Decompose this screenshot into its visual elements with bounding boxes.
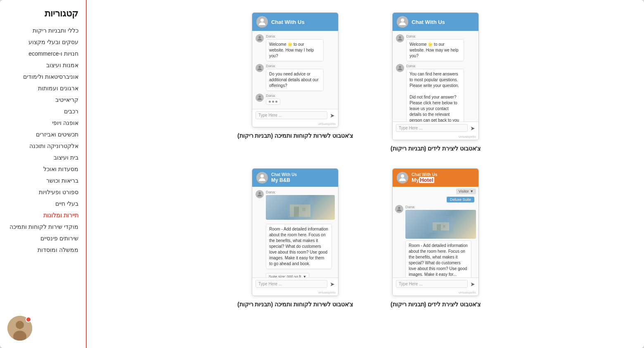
chat-footer-3: Type Here ... ➤ [393, 277, 478, 290]
avatar-4 [256, 172, 268, 183]
chat-input-1[interactable]: Type Here ... [396, 124, 468, 132]
sender-label: Dana: [266, 64, 324, 68]
msg-avatar [256, 34, 264, 42]
send-icon-2[interactable]: ➤ [330, 112, 335, 119]
sender-label: Dana: [405, 205, 476, 209]
sidebar-item-2[interactable]: חנויות ו-ecommerce [0, 48, 86, 59]
sender-label: Dana: [266, 94, 280, 98]
card-wrapper-4: Chat With Us My B&B Dana: [237, 168, 353, 308]
msg-content: Dana: Room - Add detailed information ab… [405, 205, 476, 277]
dot-2 [272, 101, 274, 103]
sidebar-item-9[interactable]: תכשיטים ואביזרים [0, 129, 86, 140]
sender-label: Dana: [406, 34, 464, 38]
sidebar-item-0[interactable]: כללי ותבניות ריקות [0, 25, 86, 36]
hotel-image-mock-2 [266, 195, 335, 220]
sidebar-item-17[interactable]: מוקדי שירות לקוחות ותמיכה [0, 221, 86, 233]
svg-rect-11 [437, 224, 441, 230]
card-label-2: צ'אטבוט לשירות לקוחות ותמיכה (תבניות ריק… [237, 132, 353, 139]
svg-point-3 [260, 19, 264, 22]
send-icon-4[interactable]: ➤ [330, 281, 335, 287]
svg-point-5 [258, 66, 260, 68]
powered-by-2: virtualspirits [252, 121, 338, 127]
msg-content: Dana: Welcome 🌟 to our website. How may … [406, 34, 464, 61]
chat-bubble: You can find here answers to most popula… [406, 69, 464, 122]
chat-input-2[interactable]: Type Here ... [256, 111, 327, 119]
chat-input-4[interactable]: Type Here ... [256, 280, 327, 288]
svg-rect-16 [290, 205, 310, 217]
sender-label: Dana: [266, 34, 324, 38]
brand-4: Chat With Us My B&B [271, 172, 297, 183]
sidebar-item-11[interactable]: בית ועיצוב [0, 152, 86, 163]
svg-point-13 [260, 174, 264, 178]
powered-by-4: virtualspirits [252, 290, 338, 296]
chat-title-label: Chat With Us [412, 172, 437, 177]
chat-body-1: Dana: Welcome 🌟 to our website. How may … [393, 31, 478, 122]
msg-avatar [396, 34, 404, 42]
powered-by-3: virtualspirits [393, 290, 478, 296]
msg-content: Dana: Do you need advice or additional d… [266, 64, 324, 91]
msg-content: Dana: [266, 190, 335, 221]
user-avatar-container[interactable] [7, 316, 32, 341]
msg-avatar [256, 64, 264, 72]
chat-msg-row: Dana: Do you need advice or additional d… [256, 64, 335, 91]
dropdown-icon[interactable]: ▼ [303, 275, 307, 277]
card-wrapper-3: Chat With Us MyHotel Visitor ▼ Deluxe Su… [391, 168, 481, 308]
sidebar-item-19[interactable]: ממשלה ומוסדות [0, 244, 86, 256]
chat-body-3: Visitor ▼ Deluxe Suite Dana: [393, 187, 478, 277]
sidebar-item-12[interactable]: מסעדות ואוכל [0, 163, 86, 175]
svg-point-6 [258, 96, 260, 98]
svg-point-2 [399, 66, 401, 68]
chat-msg-row: Dana: You can find here answers to most … [396, 64, 475, 122]
msg-content: Dana: You can find here answers to most … [406, 64, 464, 122]
chat-bubble: Room - Add detailed information about th… [405, 240, 471, 277]
sidebar-item-4[interactable]: אוניברסיטאות ולימודים [0, 71, 86, 82]
msg-avatar [395, 205, 403, 213]
sidebar-item-5[interactable]: ארגונים ועמותות [0, 82, 86, 94]
page-container: Chat With Us Dana: Welcome 🌟 to our webs… [0, 0, 644, 348]
sidebar-item-16[interactable]: תיירות ומלונות [0, 209, 86, 221]
msg-avatar [256, 94, 264, 102]
sidebar-item-13[interactable]: בריאות וכושר [0, 175, 86, 186]
notification-dot [26, 317, 31, 322]
sidebar-item-15[interactable]: בעלי חיים [0, 198, 86, 209]
sidebar-item-7[interactable]: רכבים [0, 106, 86, 117]
avatar-2 [256, 16, 268, 28]
sender-label: Dana: [266, 190, 335, 194]
sidebar-item-6[interactable]: קריאייטיב [0, 94, 86, 106]
sidebar: קטגוריות כללי ותבניות ריקות עסקים ובעלי … [0, 0, 87, 348]
send-icon-3[interactable]: ➤ [470, 281, 475, 287]
sidebar-item-18[interactable]: שירותים פינסיים [0, 233, 86, 244]
sidebar-item-8[interactable]: אופנה ויופי [0, 117, 86, 129]
sender-label: Dana: [406, 64, 464, 68]
svg-point-4 [258, 36, 260, 38]
chat-input-3[interactable]: Type Here ... [396, 280, 468, 288]
deluxe-badge-row: Deluxe Suite [393, 195, 478, 205]
chat-body-4: Dana: Room - Add detailed information ab… [252, 187, 338, 277]
sidebar-item-14[interactable]: ספורט ופעילויות [0, 186, 86, 198]
sidebar-item-1[interactable]: עסקים ובעלי מקצוע [0, 36, 86, 48]
chat-msg-row-typing: Dana: [256, 94, 335, 105]
sidebar-item-10[interactable]: אלקטרוניקה ותוכנה [0, 140, 86, 152]
sidebar-title: קטגוריות [0, 5, 86, 25]
suite-size-row: Suite size: 000 sq ft ▼ [256, 272, 335, 277]
main-content: Chat With Us Dana: Welcome 🌟 to our webs… [87, 0, 644, 348]
send-icon-1[interactable]: ➤ [470, 125, 475, 132]
chat-footer-1: Type Here ... ➤ [393, 122, 478, 134]
chat-widget-4: Chat With Us My B&B Dana: [252, 168, 339, 296]
bnb-brand: My B&B [271, 177, 297, 183]
card-wrapper-1: Chat With Us Dana: Welcome 🌟 to our webs… [391, 12, 481, 152]
visitor-badge-row: Visitor ▼ [393, 187, 478, 195]
svg-point-1 [399, 36, 401, 38]
chat-msg-row: Dana: [256, 190, 335, 221]
powered-by-1: virtualspirits [393, 134, 478, 140]
chat-widget-3: Chat With Us MyHotel Visitor ▼ Deluxe Su… [392, 168, 479, 296]
chat-header-title-2: Chat With Us [271, 19, 305, 25]
chat-bubble: Welcome 🌟 to our website. How may I help… [266, 39, 324, 61]
chat-title-label-4: Chat With Us [271, 172, 297, 177]
svg-point-20 [16, 321, 24, 329]
chat-header-title-1: Chat With Us [412, 19, 445, 25]
chat-msg-row-2: Room - Add detailed information about th… [256, 224, 335, 269]
myhotel-brand: MyHotel [412, 177, 437, 183]
sidebar-item-3[interactable]: אמנות ועיצוב [0, 59, 86, 71]
chat-bubble-4: Room - Add detailed information about th… [266, 224, 332, 269]
